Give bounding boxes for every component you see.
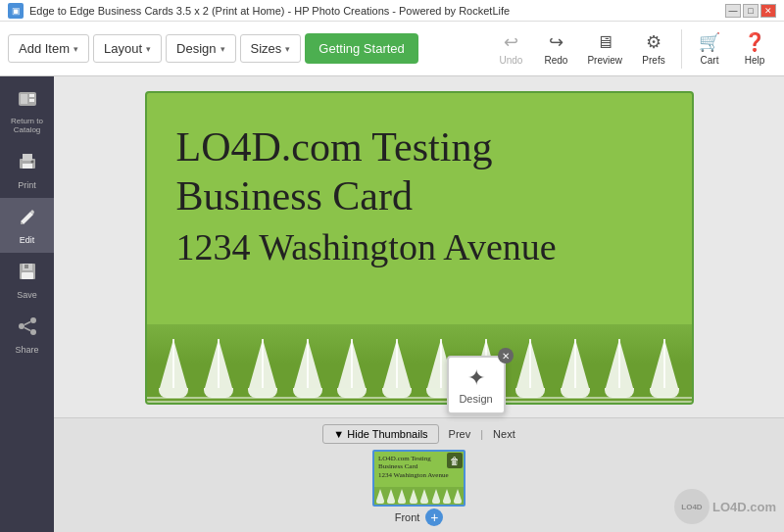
print-icon [17,151,38,177]
sidebar-item-save[interactable]: Save [0,253,54,308]
return-catalog-icon [17,88,38,115]
help-button[interactable]: ❓ Help [733,27,776,70]
sidebar: Return to Catalog Print Edi [0,76,54,532]
preview-icon: 🖥 [596,32,613,53]
sidebar-item-return-to-catalog[interactable]: Return to Catalog [0,80,54,143]
sidebar-edit-label: Edit [20,235,35,245]
thumbnail-item-front[interactable]: LO4D.com Testing Business Card 1234 Wash… [372,450,466,526]
title-bar: ▣ Edge to Edge Business Cards 3.5 x 2 (P… [0,0,784,22]
layout-label: Layout [104,41,142,56]
maximize-button[interactable]: □ [743,4,759,18]
svg-rect-6 [23,164,32,169]
design-tooltip-label: Design [459,393,492,405]
sizes-chevron-icon: ▾ [285,44,290,54]
layout-button[interactable]: Layout ▾ [93,34,162,63]
layout-chevron-icon: ▾ [146,44,151,54]
add-item-button[interactable]: Add Item ▾ [8,34,89,63]
minimize-button[interactable]: — [725,4,741,18]
sizes-button[interactable]: Sizes ▾ [240,34,302,63]
design-star-icon: ✦ [467,365,485,391]
window-title: Edge to Edge Business Cards 3.5 x 2 (Pri… [29,5,510,17]
window-controls: — □ ✕ [725,4,776,18]
share-icon [17,315,38,342]
cart-icon: 🛒 [699,31,720,53]
app-icon: ▣ [8,3,24,19]
prefs-icon: ⚙ [646,31,662,53]
add-item-label: Add Item [19,41,70,56]
thumbnail-add-button[interactable]: + [425,508,443,526]
sailboat [159,339,188,398]
business-card[interactable]: LO4D.com Testing Business Card 1234 Wash… [145,91,694,405]
getting-started-label: Getting Started [318,41,404,56]
card-wrapper: LO4D.com Testing Business Card 1234 Wash… [145,91,694,405]
undo-button[interactable]: ↩ Undo [489,27,532,70]
sailboat [515,339,545,398]
cart-button[interactable]: 🛒 Cart [688,27,731,70]
svg-line-15 [24,321,30,324]
design-chevron-icon: ▾ [220,44,225,54]
watermark-text: LO4D.com [712,500,776,514]
prefs-button[interactable]: ⚙ Prefs [632,27,675,70]
add-item-chevron-icon: ▾ [74,44,78,54]
svg-rect-5 [23,154,32,161]
card-text-line3: 1234 Washington Avenue [176,225,557,270]
undo-icon: ↩ [504,31,518,53]
sidebar-item-print[interactable]: Print [0,143,54,198]
sailboat [605,339,634,398]
design-tooltip: ✕ ✦ Design [447,356,506,414]
card-text-line1: LO4D.com Testing [176,122,557,171]
design-button[interactable]: Design ▾ [166,34,235,63]
sailboat [650,339,679,398]
svg-rect-2 [29,94,34,97]
next-button[interactable]: Next [493,428,515,440]
canvas-area: LO4D.com Testing Business Card 1234 Wash… [54,76,784,532]
prefs-label: Prefs [642,55,664,66]
sailboat [293,339,322,398]
sidebar-item-edit[interactable]: Edit [0,198,54,253]
thumbnail-controls: ▼ Hide Thumbnails Prev | Next [54,424,784,444]
preview-label: Preview [587,55,622,66]
sidebar-print-label: Print [18,180,36,190]
watermark: LO4D LO4D.com [674,489,776,524]
svg-rect-11 [24,265,28,268]
save-icon [17,261,38,287]
sidebar-item-share[interactable]: Share [0,308,54,363]
svg-point-12 [30,317,36,323]
card-text: LO4D.com Testing Business Card 1234 Wash… [176,113,557,269]
help-icon: ❓ [744,31,765,53]
hide-thumbnails-button[interactable]: ▼ Hide Thumbnails [322,424,438,444]
svg-rect-1 [21,94,27,104]
tooltip-close-button[interactable]: ✕ [498,348,514,363]
getting-started-button[interactable]: Getting Started [305,33,417,64]
toolbar-actions: ↩ Undo ↪ Redo 🖥 Preview ⚙ Prefs 🛒 Cart ❓… [489,27,776,70]
svg-rect-10 [22,272,33,279]
edit-icon [17,206,38,232]
toolbar: Add Item ▾ Layout ▾ Design ▾ Sizes ▾ Get… [0,22,784,76]
redo-button[interactable]: ↪ Redo [534,27,577,70]
svg-point-7 [30,160,33,163]
svg-point-13 [19,323,24,329]
sidebar-return-label: Return to Catalog [4,118,50,135]
prev-button[interactable]: Prev [449,428,471,440]
design-tooltip-box[interactable]: ✦ Design [447,356,506,414]
undo-label: Undo [499,55,522,66]
nav-separator: | [480,428,483,440]
sailboat [561,339,590,398]
close-button[interactable]: ✕ [760,4,776,18]
sailboat-strip [147,324,692,403]
help-label: Help [745,55,765,66]
cart-label: Cart [701,55,719,66]
hide-thumbnails-label: ▼ Hide Thumbnails [333,428,427,440]
sizes-label: Sizes [251,41,282,56]
sidebar-save-label: Save [17,290,37,300]
redo-icon: ↪ [549,31,564,53]
preview-button[interactable]: 🖥 Preview [579,28,630,70]
thumbnail-front-label: Front [395,511,420,523]
sailboat [204,339,233,398]
card-text-line2: Business Card [176,171,557,220]
sidebar-share-label: Share [15,345,38,355]
thumbnail-front-image: LO4D.com Testing Business Card 1234 Wash… [372,450,466,507]
svg-point-14 [30,329,36,335]
sailboat [337,339,367,398]
thumbnail-delete-button[interactable]: 🗑 [447,453,463,468]
